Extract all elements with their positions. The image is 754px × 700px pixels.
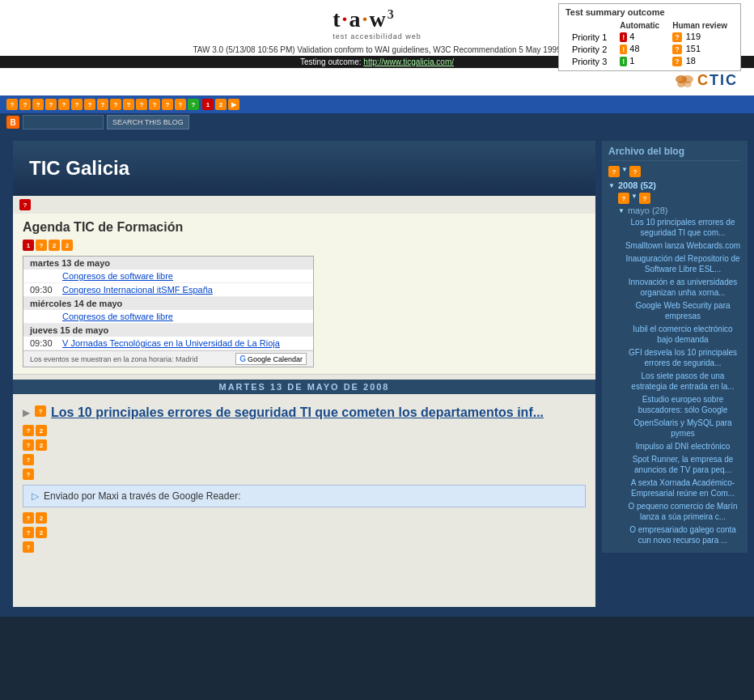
sidebar-month-mayo[interactable]: ▼ mayo (28) [618, 206, 741, 215]
sidebar-link-6[interactable]: GFI desvela los 10 principales errores d… [625, 347, 741, 368]
sidebar-link-8[interactable]: Estudio europeo sobre buscadores: sólo G… [625, 394, 741, 415]
post-badge-2: 2 [36, 425, 47, 436]
sidebar-link-0[interactable]: Los 10 principales errores de seguridad … [625, 217, 741, 238]
agenda-badges: 1 ? 2 2 [23, 240, 586, 251]
taw-logo: t·a·w3 [333, 6, 421, 32]
blog-post: ▶ ? Los 10 principales errores de seguri… [13, 399, 595, 562]
post-badges-row5: ? 2 [23, 512, 586, 524]
sidebar-link-9[interactable]: OpenSolaris y MySQL para pymes [625, 418, 741, 439]
post-title[interactable]: Los 10 principales errores de seguridad … [51, 405, 544, 420]
agenda-badge-3: 2 [49, 240, 60, 251]
col-human: Human review [666, 20, 734, 31]
sidebar-link-5[interactable]: Iubil el comercio electrónico bajo deman… [625, 324, 741, 345]
post-badges-row2: ? 2 [23, 439, 586, 451]
post-badge-3: ? [23, 439, 34, 451]
sidebar-link-3[interactable]: Innovación e as universidades organizan … [625, 277, 741, 298]
agenda-badge-1: 1 [23, 240, 34, 251]
priority1-label: Priority 1 [566, 31, 613, 43]
badge-q1: ? [6, 99, 18, 110]
cal-event-2-1: Congresos de software libre [23, 310, 313, 324]
search-button[interactable]: SEARCH THIS BLOG [107, 115, 189, 129]
badge-q11: ? [136, 99, 147, 110]
taw-url[interactable]: http://www.ticgalicia.com/ [363, 57, 454, 66]
badge-q10: ? [123, 99, 134, 110]
badge-n2: 2 [215, 99, 227, 110]
month-badge-q2: ? [639, 193, 650, 204]
priority3-label: Priority 3 [566, 55, 613, 67]
badge-q8: ? [97, 99, 108, 110]
google-cal-button[interactable]: G Google Calendar [235, 353, 307, 365]
agenda-badge-4: 2 [61, 240, 73, 251]
post-badges-row6: ? 2 [23, 527, 586, 538]
cal-event-1-2: 09:30 Congreso Internacional itSMF Españ… [23, 283, 313, 297]
expand-icon[interactable]: ▼ [621, 166, 628, 177]
sidebar-link-2[interactable]: Inauguración del Repositorio de Software… [625, 253, 741, 274]
priority2-label: Priority 2 [566, 43, 613, 55]
sidebar-link-10[interactable]: Impulso al DNI electrónico [625, 441, 741, 452]
cal-event-3-1: 09:30 V Jornadas Tecnológicas en la Univ… [23, 337, 313, 350]
cal-date-3: jueves 15 de mayo [23, 324, 313, 337]
sent-by-arrow-icon: ▷ [32, 490, 39, 502]
post-badge-4: 2 [36, 439, 47, 451]
post-badge-q: ? [35, 405, 46, 417]
agenda-section: Agenda TIC de Formación 1 ? 2 2 martes 1… [13, 214, 595, 375]
archive-badges: ? ▼ ? [608, 166, 741, 177]
ctic-area: CTIC [0, 68, 754, 92]
sidebar-link-12[interactable]: A sexta Xornada Académico-Empresarial re… [625, 477, 741, 498]
test-summary-title: Test summary outcome [566, 7, 734, 17]
archive-badge-q: ? [608, 166, 620, 177]
month-expand-icon[interactable]: ▼ [631, 193, 638, 204]
calendar-scroll[interactable]: martes 13 de mayo Congresos de software … [23, 257, 313, 350]
sidebar-link-1[interactable]: Smalltown lanza Webcards.com [625, 240, 741, 251]
badge-n3: ▶ [228, 99, 239, 110]
sidebar-link-7[interactable]: Los siete pasos de una estrategia de ent… [625, 371, 741, 392]
date-banner: MARTES 13 DE MAYO DE 2008 [13, 380, 595, 394]
sidebar: Archivo del blog ? ▼ ? ▼ 2008 (52) ? ▼ ?… [602, 141, 748, 607]
post-badges-row3: ? [23, 454, 586, 465]
priority3-human: ? 18 [666, 55, 734, 67]
post-badge-5: ? [23, 454, 34, 465]
sidebar-link-13[interactable]: O pequeno comercio de Marín lanza a súa … [625, 501, 741, 522]
sidebar-archive-section: Archivo del blog ? ▼ ? ▼ 2008 (52) ? ▼ ?… [602, 141, 748, 553]
badge-q4: ? [45, 99, 57, 110]
post-badge-6: ? [23, 469, 34, 480]
priority1-human: ? 119 [666, 31, 734, 43]
year-expand-icon: ▼ [608, 182, 615, 189]
badge-q3: ? [32, 99, 44, 110]
badge-n1: 1 [202, 99, 214, 110]
badge-q6: ? [71, 99, 83, 110]
badge-q9: ? [110, 99, 121, 110]
post-badges-row4: ? [23, 469, 586, 480]
blog-badge-q: ? [19, 199, 31, 210]
sidebar-link-14[interactable]: O empresariado galego conta cun novo rec… [625, 524, 741, 545]
cal-event-1-1: Congresos de software libre [23, 269, 313, 283]
test-summary-box: Test summary outcome Automatic Human rev… [558, 3, 741, 71]
post-badge-1: ? [23, 425, 34, 436]
blog-icon-row: ? [13, 196, 595, 214]
badge-q12: ? [149, 99, 160, 110]
cal-date-2: miércoles 14 de mayo [23, 297, 313, 310]
post-badge-9: ? [23, 527, 34, 538]
sidebar-archive-title: Archivo del blog [608, 146, 741, 161]
badge-q13: ? [162, 99, 173, 110]
sidebar-link-4[interactable]: Google Web Security para empresas [625, 300, 741, 321]
sidebar-link-11[interactable]: Spot Runner, la empresa de anuncios de T… [625, 454, 741, 475]
post-arrow-icon: ▶ [23, 407, 30, 418]
main-layout: TIC Galicia ? Agenda TIC de Formación 1 … [0, 131, 754, 617]
ctic-icon [675, 73, 694, 89]
post-badges-row7: ? [23, 541, 586, 553]
sidebar-links: Los 10 principales errores de seguridad … [608, 217, 741, 545]
badge-q7: ? [84, 99, 95, 110]
sidebar-year-2008[interactable]: ▼ 2008 (52) [608, 180, 741, 190]
google-icon: G [239, 354, 246, 363]
badge-g1: ? [188, 99, 199, 110]
top-area: Test summary outcome Automatic Human rev… [0, 0, 754, 95]
icons-row: ? ? ? ? ? ? ? ? ? ? ? ? ? ? ? 1 2 ▶ [0, 95, 754, 113]
archive-badge-q2: ? [629, 166, 641, 177]
cal-date-1: martes 13 de mayo [23, 257, 313, 269]
post-badge-10: 2 [36, 527, 47, 538]
post-header: ▶ ? Los 10 principales errores de seguri… [23, 405, 586, 420]
search-input[interactable] [23, 115, 104, 129]
badge-q2: ? [19, 99, 31, 110]
priority3-auto: ! 1 [613, 55, 666, 67]
